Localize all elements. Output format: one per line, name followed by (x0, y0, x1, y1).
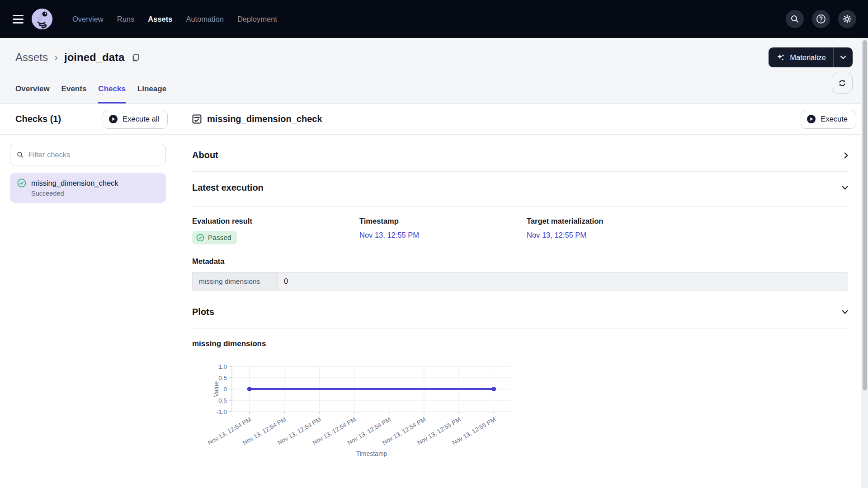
breadcrumb: Assets › joined_data Materialize (0, 38, 868, 77)
check-name: missing_dimension_check (31, 179, 118, 188)
timestamp-label: Timestamp (359, 217, 527, 225)
metadata-key: missing dimensions (193, 272, 278, 290)
timestamp-col: Timestamp Nov 13, 12:55 PM (359, 217, 527, 244)
execute-button[interactable]: Execute (801, 110, 856, 129)
tab-events[interactable]: Events (61, 77, 87, 103)
target-materialization-link[interactable]: Nov 13, 12:55 PM (527, 231, 586, 239)
chevron-down-icon (840, 56, 846, 59)
nav-item-runs[interactable]: Runs (117, 15, 135, 23)
help-icon (816, 14, 826, 24)
metadata-heading: Metadata (192, 257, 848, 266)
chevron-right-icon[interactable] (844, 152, 848, 159)
materialize-button[interactable]: Materialize (769, 52, 833, 62)
execute-all-button[interactable]: Execute all (103, 110, 168, 129)
asset-check-icon (192, 114, 202, 124)
breadcrumb-assets-link[interactable]: Assets (15, 51, 48, 64)
svg-text:-1.0: -1.0 (217, 408, 227, 415)
checks-sidebar: Checks (1) Execute all (0, 104, 176, 488)
search-button[interactable] (786, 10, 804, 28)
page-scrollbar[interactable] (861, 38, 868, 488)
play-icon (108, 114, 118, 124)
latest-execution-heading: Latest execution (192, 183, 264, 193)
nav-item-overview[interactable]: Overview (72, 15, 104, 23)
filter-checks-input[interactable] (28, 150, 159, 159)
check-list-item[interactable]: missing_dimension_check Succeeded (10, 173, 166, 203)
materialize-split-button: Materialize (769, 47, 853, 67)
nav-item-assets[interactable]: Assets (148, 15, 172, 23)
settings-button[interactable] (838, 10, 856, 28)
plots-heading: Plots (192, 307, 214, 317)
page-title: joined_data (64, 51, 124, 64)
metadata-value: 0 (278, 272, 848, 290)
timestamp-link[interactable]: Nov 13, 12:55 PM (359, 231, 419, 239)
primary-nav: Overview Runs Assets Automation Deployme… (72, 15, 277, 23)
scrollbar-thumb[interactable] (863, 40, 867, 390)
tab-checks[interactable]: Checks (98, 77, 125, 103)
nav-item-deployment[interactable]: Deployment (237, 15, 277, 23)
help-button[interactable] (812, 10, 830, 28)
check-success-icon (17, 178, 26, 188)
svg-text:0: 0 (223, 386, 227, 393)
refresh-button[interactable] (832, 73, 853, 94)
copy-icon (131, 52, 141, 62)
dagster-logo[interactable] (32, 9, 52, 29)
target-materialization-col: Target materialization Nov 13, 12:55 PM (527, 217, 694, 244)
evaluation-result-label: Evaluation result (192, 217, 359, 225)
tab-overview[interactable]: Overview (15, 77, 50, 103)
play-icon (807, 114, 816, 124)
check-detail-title: missing_dimension_check (207, 114, 322, 124)
page-header: Assets › joined_data Materialize (0, 38, 868, 104)
copy-button[interactable] (131, 52, 141, 62)
nav-item-automation[interactable]: Automation (186, 15, 223, 23)
search-icon (790, 14, 799, 23)
execute-all-label: Execute all (123, 115, 159, 123)
menu-icon[interactable] (13, 15, 24, 23)
svg-text:-0.5: -0.5 (217, 397, 227, 404)
breadcrumb-separator: › (54, 51, 58, 64)
chevron-down-icon[interactable] (842, 310, 848, 314)
check-detail-panel: missing_dimension_check Execute About L (176, 104, 868, 488)
section-plots[interactable]: Plots (192, 291, 848, 328)
chevron-down-icon[interactable] (842, 186, 848, 190)
passed-label: Passed (208, 234, 231, 242)
search-icon (17, 151, 24, 159)
execute-label: Execute (821, 115, 848, 123)
passed-check-icon (196, 234, 204, 242)
tab-lineage[interactable]: Lineage (137, 77, 166, 103)
svg-text:1.0: 1.0 (218, 363, 227, 370)
refresh-icon (838, 79, 847, 88)
svg-text:0.5: 0.5 (218, 375, 227, 381)
sparkle-icon (776, 52, 786, 62)
metadata-table: missing dimensions 0 (192, 272, 848, 291)
plot-title: missing dimensions (192, 339, 848, 348)
materialize-label: Materialize (790, 53, 826, 62)
evaluation-result-col: Evaluation result Passed (192, 217, 359, 244)
plot-svg: 1.00.50-0.5-1.0Nov 13, 12:54 PMNov 13, 1… (192, 353, 527, 468)
materialize-dropdown-button[interactable] (834, 56, 853, 59)
filter-checks-box (10, 144, 166, 165)
checks-panel-title: Checks (1) (15, 114, 61, 124)
status-badge: Passed (192, 231, 237, 244)
asset-tabs: Overview Events Checks Lineage (0, 77, 868, 103)
octopus-icon (32, 9, 52, 29)
check-status: Succeeded (31, 190, 159, 197)
settings-icon (842, 14, 852, 24)
svg-text:Value: Value (212, 381, 220, 397)
svg-text:Timestamp: Timestamp (356, 450, 387, 457)
section-about[interactable]: About (192, 135, 848, 172)
target-materialization-label: Target materialization (527, 217, 694, 225)
top-nav: Overview Runs Assets Automation Deployme… (0, 0, 868, 38)
section-latest-execution[interactable]: Latest execution (192, 172, 848, 207)
about-heading: About (192, 150, 218, 160)
